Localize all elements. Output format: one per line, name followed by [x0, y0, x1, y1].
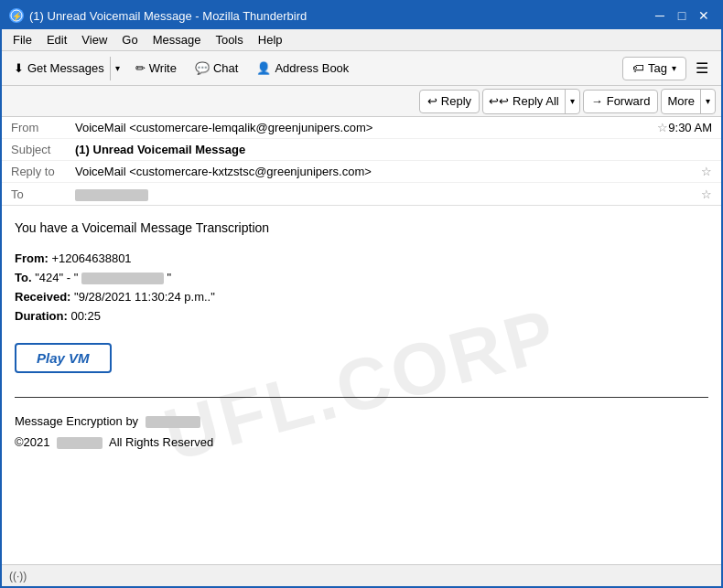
- email-action-bar: ↩ Reply ↩↩ Reply All ▾ → Forward More ▾: [2, 86, 721, 117]
- get-messages-dropdown[interactable]: ▾: [110, 57, 124, 80]
- close-button[interactable]: ✕: [694, 6, 714, 25]
- more-dropdown[interactable]: ▾: [700, 90, 715, 113]
- encryption-label: Message Encryption by: [15, 414, 138, 428]
- window-title: (1) Unread Voicemail Message - Mozilla T…: [29, 9, 307, 23]
- subject-label: Subject: [11, 143, 75, 156]
- divider: [15, 397, 708, 398]
- connection-icon: ((·)): [9, 570, 27, 583]
- copyright-text: ©2021: [15, 435, 50, 449]
- app-icon: ⚡: [9, 8, 24, 23]
- maximize-button[interactable]: □: [672, 6, 692, 25]
- window-frame: ⚡ (1) Unread Voicemail Message - Mozilla…: [0, 0, 723, 588]
- email-content: You have a Voicemail Message Transcripti…: [15, 220, 708, 449]
- menu-bar: File Edit View Go Message Tools Help: [2, 29, 721, 51]
- duration-value: 00:25: [70, 309, 101, 323]
- email-heading: You have a Voicemail Message Transcripti…: [15, 220, 708, 235]
- copyright-redacted: [57, 437, 103, 449]
- to-field-redacted: [81, 273, 164, 284]
- to-star-icon[interactable]: ☆: [701, 187, 712, 201]
- menu-message[interactable]: Message: [147, 31, 207, 48]
- copyright-footer: ©2021 All Rights Reserved: [15, 435, 708, 449]
- email-headers: From VoiceMail <customercare-lemqalik@gr…: [2, 117, 721, 206]
- reply-all-icon: ↩↩: [489, 94, 509, 108]
- more-button[interactable]: More ▾: [661, 89, 716, 114]
- forward-icon: →: [591, 94, 603, 108]
- get-messages-button[interactable]: ⬇ Get Messages ▾: [7, 56, 125, 81]
- to-field-prefix: "424" - ": [35, 271, 78, 284]
- received-value: "9/28/2021 11:30:24 p.m..": [74, 290, 215, 304]
- window-controls: ─ □ ✕: [650, 6, 714, 25]
- menu-file[interactable]: File: [7, 31, 38, 48]
- title-bar: ⚡ (1) Unread Voicemail Message - Mozilla…: [2, 2, 721, 29]
- subject-header-row: Subject (1) Unread Voicemail Message: [2, 139, 721, 161]
- tag-dropdown-arrow: ▾: [672, 63, 676, 73]
- chat-button[interactable]: 💬 Chat: [187, 56, 246, 81]
- rights-text: All Rights Reserved: [109, 435, 213, 449]
- title-bar-left: ⚡ (1) Unread Voicemail Message - Mozilla…: [9, 8, 307, 23]
- address-book-icon: 👤: [256, 61, 271, 75]
- to-field-label: To.: [15, 271, 32, 284]
- hamburger-menu-button[interactable]: ☰: [688, 56, 716, 81]
- received-field: Received: "9/28/2021 11:30:24 p.m..": [15, 290, 708, 304]
- from-value: VoiceMail <customercare-lemqalik@greenju…: [75, 121, 652, 134]
- reply-to-header-row: Reply to VoiceMail <customercare-kxtzsts…: [2, 161, 721, 183]
- from-field: From: +12064638801: [15, 251, 708, 265]
- to-field-suffix: ": [167, 271, 172, 284]
- subject-value: (1) Unread Voicemail Message: [75, 143, 712, 156]
- from-star-icon[interactable]: ☆: [657, 121, 668, 134]
- menu-go[interactable]: Go: [116, 31, 143, 48]
- forward-button[interactable]: → Forward: [583, 90, 659, 113]
- menu-tools[interactable]: Tools: [210, 31, 248, 48]
- to-value: [75, 187, 696, 200]
- email-body: UFL.CORP You have a Voicemail Message Tr…: [2, 206, 721, 564]
- play-vm-button[interactable]: Play VM: [15, 343, 112, 373]
- tag-icon: 🏷: [632, 61, 644, 75]
- menu-view[interactable]: View: [76, 31, 113, 48]
- menu-edit[interactable]: Edit: [41, 31, 72, 48]
- address-book-button[interactable]: 👤 Address Book: [248, 56, 357, 81]
- reply-button[interactable]: ↩ Reply: [419, 90, 480, 113]
- menu-help[interactable]: Help: [253, 31, 288, 48]
- encryption-redacted: [146, 416, 200, 428]
- from-field-label: From:: [15, 251, 49, 265]
- to-redacted: [75, 189, 148, 201]
- to-label: To: [11, 187, 75, 201]
- svg-text:⚡: ⚡: [12, 11, 23, 22]
- reply-all-dropdown[interactable]: ▾: [565, 90, 579, 113]
- get-messages-icon: ⬇: [14, 61, 24, 75]
- get-messages-label: Get Messages: [27, 61, 104, 75]
- duration-label: Duration:: [15, 309, 68, 323]
- chat-icon: 💬: [195, 61, 210, 75]
- reply-to-value: VoiceMail <customercare-kxtzstsc@greenju…: [75, 165, 696, 178]
- from-header-row: From VoiceMail <customercare-lemqalik@gr…: [2, 117, 721, 139]
- email-time: 9:30 AM: [668, 121, 712, 134]
- reply-to-star-icon[interactable]: ☆: [701, 165, 712, 178]
- from-field-value: +12064638801: [51, 251, 131, 265]
- tag-button[interactable]: 🏷 Tag ▾: [622, 57, 686, 80]
- toolbar: ⬇ Get Messages ▾ ✏ Write 💬 Chat 👤 Addres…: [2, 51, 721, 86]
- reply-to-label: Reply to: [11, 165, 75, 178]
- minimize-button[interactable]: ─: [650, 6, 670, 25]
- encryption-footer: Message Encryption by: [15, 414, 708, 428]
- to-field: To. "424" - " ": [15, 271, 708, 284]
- write-icon: ✏: [135, 61, 146, 75]
- received-label: Received:: [15, 290, 70, 304]
- reply-all-button[interactable]: ↩↩ Reply All ▾: [482, 89, 580, 114]
- write-button[interactable]: ✏ Write: [127, 56, 185, 81]
- duration-field: Duration: 00:25: [15, 309, 708, 323]
- to-header-row: To ☆: [2, 183, 721, 205]
- from-label: From: [11, 121, 75, 134]
- reply-icon: ↩: [427, 94, 437, 108]
- status-bar: ((·)): [2, 564, 721, 586]
